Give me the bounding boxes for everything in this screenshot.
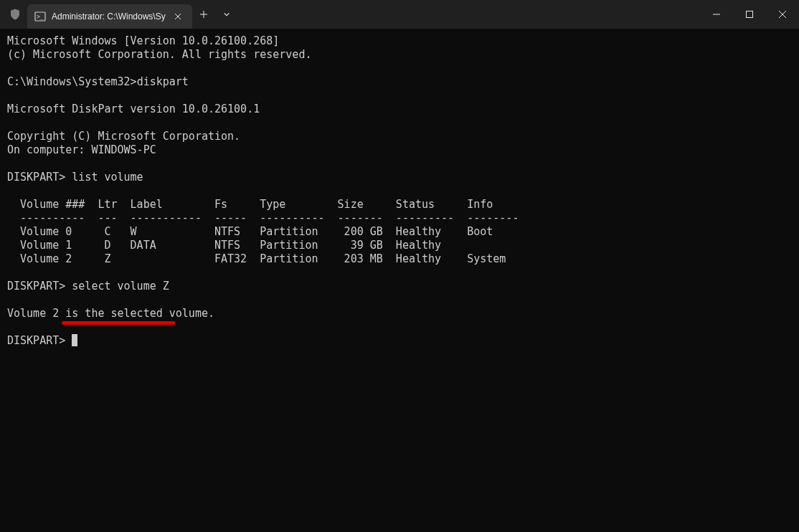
cmd-input-list-volume: list volume — [72, 171, 143, 184]
cmd-prompt-path: C:\Windows\System32> — [7, 75, 137, 88]
volume-table-row-2: Volume 2 Z FAT32 Partition 203 MB Health… — [7, 252, 506, 265]
volume-table-header: Volume ### Ltr Label Fs Type Size Status… — [7, 198, 493, 211]
cmd-input-select-volume: select volume Z — [72, 280, 169, 293]
window-controls — [700, 0, 799, 29]
terminal-cursor — [72, 334, 77, 346]
cmd-icon: >_ — [34, 11, 46, 22]
volume-table-row-0: Volume 0 C W NTFS Partition 200 GB Healt… — [7, 225, 493, 238]
volume-table-row-1: Volume 1 D DATA NTFS Partition 39 GB Hea… — [7, 239, 441, 252]
svg-text:>_: >_ — [37, 14, 44, 20]
os-copyright-line: (c) Microsoft Corporation. All rights re… — [7, 48, 311, 61]
diskpart-prompt: DISKPART> — [7, 334, 72, 347]
titlebar: >_ Administrator: C:\Windows\Sy — [0, 0, 799, 29]
diskpart-copyright-line: Copyright (C) Microsoft Corporation. — [7, 130, 240, 143]
volume-table-separator: ---------- --- ----------- ----- -------… — [7, 212, 519, 224]
diskpart-computer-line: On computer: WINDOWS-PC — [7, 143, 156, 156]
tab-title: Administrator: C:\Windows\Sy — [52, 11, 171, 22]
os-header-line: Microsoft Windows [Version 10.0.26100.26… — [7, 34, 279, 47]
terminal-output[interactable]: Microsoft Windows [Version 10.0.26100.26… — [0, 29, 799, 532]
close-button[interactable] — [766, 0, 799, 29]
diskpart-prompt: DISKPART> — [7, 171, 72, 184]
new-tab-button[interactable] — [192, 3, 215, 26]
diskpart-version-line: Microsoft DiskPart version 10.0.26100.1 — [7, 103, 260, 115]
svg-rect-2 — [747, 11, 753, 18]
minimize-button[interactable] — [700, 0, 733, 29]
tab-close-button[interactable] — [171, 9, 185, 24]
diskpart-prompt: DISKPART> — [7, 280, 72, 293]
annotation-underline — [62, 321, 175, 325]
tab-dropdown-button[interactable] — [215, 3, 238, 26]
tab-active[interactable]: >_ Administrator: C:\Windows\Sy — [27, 4, 192, 29]
uac-shield-icon — [9, 8, 22, 21]
cmd-input-diskpart: diskpart — [137, 75, 189, 88]
maximize-button[interactable] — [733, 0, 766, 29]
select-volume-result: Volume 2 is the selected volume. — [7, 307, 214, 320]
